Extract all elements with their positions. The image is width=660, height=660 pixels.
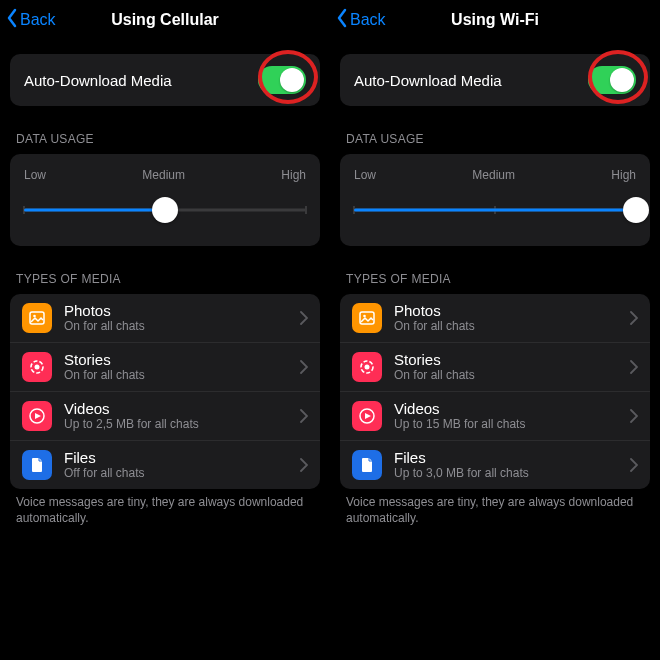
row-text: Photos On for all chats — [64, 302, 300, 334]
type-row-photos[interactable]: Photos On for all chats — [10, 294, 320, 342]
auto-download-toggle[interactable] — [258, 66, 306, 94]
chevron-right-icon — [630, 360, 638, 374]
row-title: Stories — [64, 351, 300, 368]
svg-point-3 — [35, 365, 40, 370]
types-header: TYPES OF MEDIA — [10, 264, 320, 294]
pane-wifi: Back Using Wi-Fi Auto-Download Media DAT… — [330, 0, 660, 660]
photos-icon — [352, 303, 382, 333]
row-title: Stories — [394, 351, 630, 368]
data-usage-slider[interactable] — [24, 196, 306, 224]
videos-icon — [352, 401, 382, 431]
auto-download-card: Auto-Download Media — [10, 54, 320, 106]
auto-download-toggle[interactable] — [588, 66, 636, 94]
back-chevron-icon — [336, 8, 350, 32]
slider-fill — [354, 209, 636, 212]
row-text: Files Up to 3,0 MB for all chats — [394, 449, 630, 481]
back-chevron-icon — [6, 8, 20, 32]
row-sub: On for all chats — [64, 369, 300, 383]
slider-medium: Medium — [472, 168, 515, 182]
files-icon — [22, 450, 52, 480]
data-usage-card: Low Medium High — [10, 154, 320, 246]
chevron-right-icon — [630, 458, 638, 472]
row-text: Videos Up to 15 MB for all chats — [394, 400, 630, 432]
row-sub: On for all chats — [394, 369, 630, 383]
chevron-right-icon — [300, 409, 308, 423]
auto-download-card: Auto-Download Media — [340, 54, 650, 106]
slider-high: High — [281, 168, 306, 182]
row-sub: On for all chats — [64, 320, 300, 334]
row-title: Files — [394, 449, 630, 466]
slider-thumb[interactable] — [623, 197, 649, 223]
row-sub: Up to 15 MB for all chats — [394, 418, 630, 432]
data-usage-header: DATA USAGE — [10, 124, 320, 154]
data-usage-card: Low Medium High — [340, 154, 650, 246]
pane-cellular: Back Using Cellular Auto-Download Media … — [0, 0, 330, 660]
slider-low: Low — [24, 168, 46, 182]
svg-point-8 — [365, 365, 370, 370]
row-text: Photos On for all chats — [394, 302, 630, 334]
row-text: Files Off for all chats — [64, 449, 300, 481]
type-row-files[interactable]: Files Up to 3,0 MB for all chats — [340, 440, 650, 489]
chevron-right-icon — [300, 311, 308, 325]
toggle-knob — [280, 68, 304, 92]
type-row-photos[interactable]: Photos On for all chats — [340, 294, 650, 342]
slider-thumb[interactable] — [152, 197, 178, 223]
row-title: Videos — [394, 400, 630, 417]
stories-icon — [22, 352, 52, 382]
types-list: Photos On for all chats Stories On for a… — [340, 294, 650, 489]
slider-medium: Medium — [142, 168, 185, 182]
stories-icon — [352, 352, 382, 382]
row-sub: Up to 2,5 MB for all chats — [64, 418, 300, 432]
row-sub: Off for all chats — [64, 467, 300, 481]
slider-low: Low — [354, 168, 376, 182]
chevron-right-icon — [630, 311, 638, 325]
slider-fill — [24, 209, 165, 212]
type-row-videos[interactable]: Videos Up to 15 MB for all chats — [340, 391, 650, 440]
row-title: Videos — [64, 400, 300, 417]
data-usage-header: DATA USAGE — [340, 124, 650, 154]
auto-download-label: Auto-Download Media — [24, 72, 172, 89]
toggle-knob — [610, 68, 634, 92]
types-footnote: Voice messages are tiny, they are always… — [340, 489, 650, 526]
row-text: Videos Up to 2,5 MB for all chats — [64, 400, 300, 432]
data-usage-slider[interactable] — [354, 196, 636, 224]
chevron-right-icon — [630, 409, 638, 423]
type-row-files[interactable]: Files Off for all chats — [10, 440, 320, 489]
row-title: Photos — [394, 302, 630, 319]
slider-high: High — [611, 168, 636, 182]
nav-bar: Back Using Wi-Fi — [330, 0, 660, 40]
photos-icon — [22, 303, 52, 333]
type-row-videos[interactable]: Videos Up to 2,5 MB for all chats — [10, 391, 320, 440]
row-text: Stories On for all chats — [394, 351, 630, 383]
back-label: Back — [20, 11, 56, 29]
row-title: Photos — [64, 302, 300, 319]
row-sub: Up to 3,0 MB for all chats — [394, 467, 630, 481]
back-button[interactable]: Back — [330, 8, 386, 32]
svg-point-1 — [33, 315, 36, 318]
type-row-stories[interactable]: Stories On for all chats — [10, 342, 320, 391]
slider-labels: Low Medium High — [354, 168, 636, 182]
back-button[interactable]: Back — [0, 8, 56, 32]
nav-bar: Back Using Cellular — [0, 0, 330, 40]
chevron-right-icon — [300, 360, 308, 374]
slider-labels: Low Medium High — [24, 168, 306, 182]
row-sub: On for all chats — [394, 320, 630, 334]
type-row-stories[interactable]: Stories On for all chats — [340, 342, 650, 391]
row-title: Files — [64, 449, 300, 466]
back-label: Back — [350, 11, 386, 29]
svg-point-6 — [363, 315, 366, 318]
chevron-right-icon — [300, 458, 308, 472]
types-header: TYPES OF MEDIA — [340, 264, 650, 294]
slider-tick — [305, 206, 307, 214]
types-footnote: Voice messages are tiny, they are always… — [10, 489, 320, 526]
types-list: Photos On for all chats Stories On for a… — [10, 294, 320, 489]
videos-icon — [22, 401, 52, 431]
auto-download-label: Auto-Download Media — [354, 72, 502, 89]
files-icon — [352, 450, 382, 480]
row-text: Stories On for all chats — [64, 351, 300, 383]
